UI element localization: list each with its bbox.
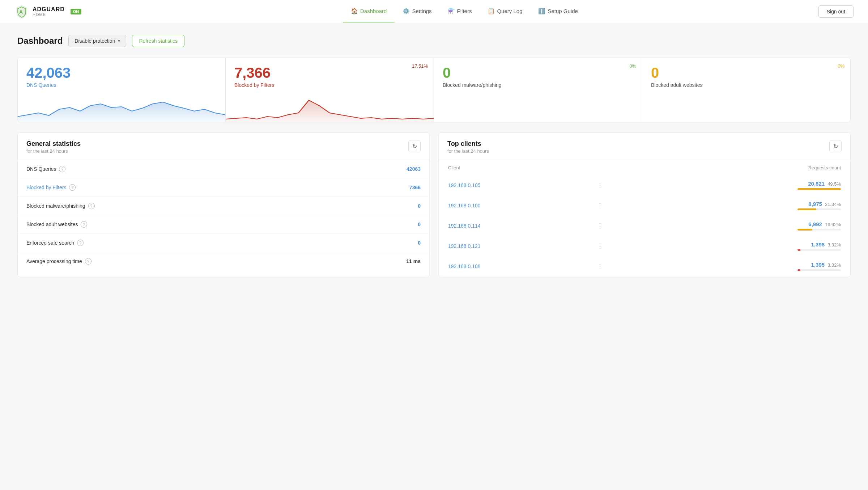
client-ip-link[interactable]: 192.168.0.114 bbox=[448, 223, 481, 229]
client-menu-button[interactable]: ⋮ bbox=[595, 262, 606, 271]
dns-queries-label: DNS Queries bbox=[26, 82, 217, 88]
general-stats-subtitle: for the last 24 hours bbox=[26, 148, 81, 154]
safe-search-help-icon[interactable]: ? bbox=[77, 240, 84, 246]
general-stats-refresh-button[interactable]: ↻ bbox=[408, 140, 421, 152]
client-menu-button[interactable]: ⋮ bbox=[595, 201, 606, 210]
general-stats-panel: General statistics for the last 24 hours… bbox=[17, 132, 430, 277]
adguard-logo-icon: A bbox=[14, 4, 29, 19]
client-count-number: 8,975 bbox=[808, 201, 822, 207]
client-count-percent: 3.32% bbox=[827, 242, 841, 248]
stat-row-safe-search: Enforced safe search ? 0 bbox=[18, 234, 429, 252]
top-clients-header: Top clients for the last 24 hours ↻ bbox=[439, 133, 850, 160]
client-bar-fill bbox=[797, 229, 812, 231]
client-bar-fill bbox=[797, 208, 816, 210]
client-bar-fill bbox=[797, 188, 841, 190]
blocked-filters-help-icon[interactable]: ? bbox=[69, 184, 76, 191]
blocked-adult-row-value: 0 bbox=[418, 221, 421, 227]
stat-cards: 42,063 DNS Queries 17.51% 7,366 Blocked … bbox=[17, 57, 851, 122]
client-menu-button[interactable]: ⋮ bbox=[595, 181, 606, 190]
client-ip-link[interactable]: 192.168.0.105 bbox=[448, 182, 481, 188]
general-stats-header: General statistics for the last 24 hours… bbox=[18, 133, 429, 160]
nav-dashboard-label: Dashboard bbox=[360, 8, 387, 14]
avg-processing-help-icon[interactable]: ? bbox=[85, 258, 92, 265]
client-count-percent: 16.62% bbox=[825, 222, 841, 227]
logo-name: ADGUARD bbox=[33, 6, 65, 13]
client-menu-cell: ⋮ bbox=[586, 216, 671, 236]
blocked-filters-label: Blocked by Filters bbox=[234, 82, 425, 88]
client-count-cell: 1,398 3.32% bbox=[672, 236, 850, 256]
dns-queries-help-icon[interactable]: ? bbox=[59, 166, 65, 172]
svg-text:A: A bbox=[19, 9, 23, 15]
dns-queries-row-label: DNS Queries bbox=[26, 166, 56, 172]
main-nav: 🏠 Dashboard ⚙️ Settings ⚗️ Filters 📋 Que… bbox=[110, 0, 818, 22]
header: A ADGUARD HOME ON 🏠 Dashboard ⚙️ Setting… bbox=[0, 0, 868, 23]
top-clients-refresh-button[interactable]: ↻ bbox=[829, 140, 842, 152]
nav-filters-label: Filters bbox=[457, 8, 472, 14]
client-bar-background bbox=[797, 249, 841, 251]
client-menu-button[interactable]: ⋮ bbox=[595, 242, 606, 250]
client-count-cell: 1,395 3.32% bbox=[672, 257, 850, 276]
client-ip-cell: 192.168.0.121 bbox=[439, 236, 585, 256]
disable-protection-label: Disable protection bbox=[75, 38, 115, 44]
client-ip-cell: 192.168.0.105 bbox=[439, 176, 585, 195]
sign-out-button[interactable]: Sign out bbox=[818, 5, 854, 18]
stat-row-blocked-malware: Blocked malware/phishing ? 0 bbox=[18, 197, 429, 215]
client-ip-cell: 192.168.0.114 bbox=[439, 216, 585, 236]
client-bar-fill bbox=[797, 249, 800, 251]
client-bar-fill bbox=[797, 269, 800, 271]
client-bar-background bbox=[797, 208, 841, 210]
blocked-filters-row-value: 7366 bbox=[409, 185, 421, 190]
client-count-percent: 3.32% bbox=[827, 262, 841, 268]
client-row: 192.168.0.100 ⋮ 8,975 21.34% bbox=[439, 196, 850, 215]
client-count-number: 1,398 bbox=[811, 241, 825, 248]
stat-card-blocked-malware: 0% 0 Blocked malware/phishing bbox=[434, 57, 642, 122]
disable-protection-button[interactable]: Disable protection ▾ bbox=[68, 35, 126, 47]
client-count-cell: 6,992 16.62% bbox=[672, 216, 850, 236]
page-title: Dashboard bbox=[17, 36, 63, 46]
nav-settings[interactable]: ⚙️ Settings bbox=[395, 0, 439, 22]
setupguide-icon: ℹ️ bbox=[538, 8, 545, 14]
home-icon: 🏠 bbox=[351, 8, 358, 14]
nav-querylog[interactable]: 📋 Query Log bbox=[480, 0, 530, 22]
client-ip-link[interactable]: 192.168.0.121 bbox=[448, 243, 481, 249]
logo-sub: HOME bbox=[33, 12, 65, 17]
blocked-filters-chart bbox=[226, 93, 434, 122]
blocked-adult-percent: 0% bbox=[838, 63, 844, 69]
client-count-percent: 21.34% bbox=[825, 202, 841, 207]
client-row: 192.168.0.114 ⋮ 6,992 16.62% bbox=[439, 216, 850, 236]
client-ip-cell: 192.168.0.108 bbox=[439, 257, 585, 276]
top-clients-table: Client Requests count 192.168.0.105 ⋮ 20… bbox=[439, 160, 850, 277]
blocked-malware-value: 0 bbox=[443, 66, 633, 80]
client-row: 192.168.0.121 ⋮ 1,398 3.32% bbox=[439, 236, 850, 256]
nav-setupguide[interactable]: ℹ️ Setup Guide bbox=[530, 0, 586, 22]
blocked-adult-label: Blocked adult websites bbox=[651, 82, 842, 88]
client-row: 192.168.0.105 ⋮ 20,821 49.5% bbox=[439, 176, 850, 195]
blocked-filters-percent: 17.51% bbox=[412, 63, 428, 69]
blocked-filters-row-link[interactable]: Blocked by Filters bbox=[26, 185, 66, 190]
stat-card-blocked-filters: 17.51% 7,366 Blocked by Filters bbox=[226, 57, 434, 122]
chevron-down-icon: ▾ bbox=[118, 38, 120, 43]
client-ip-cell: 192.168.0.100 bbox=[439, 196, 585, 215]
blocked-adult-help-icon[interactable]: ? bbox=[81, 221, 87, 228]
logo-badge: ON bbox=[71, 9, 82, 14]
stat-card-dns-queries: 42,063 DNS Queries bbox=[17, 57, 226, 122]
logo: A ADGUARD HOME ON bbox=[14, 4, 81, 19]
blocked-malware-row-label: Blocked malware/phishing bbox=[26, 203, 85, 209]
top-clients-subtitle: for the last 24 hours bbox=[447, 148, 489, 154]
blocked-malware-label: Blocked malware/phishing bbox=[443, 82, 633, 88]
main-content: Dashboard Disable protection ▾ Refresh s… bbox=[0, 23, 868, 289]
blocked-malware-row-value: 0 bbox=[418, 203, 421, 209]
client-row: 192.168.0.108 ⋮ 1,395 3.32% bbox=[439, 257, 850, 276]
page-header: Dashboard Disable protection ▾ Refresh s… bbox=[17, 35, 851, 47]
client-ip-link[interactable]: 192.168.0.108 bbox=[448, 263, 481, 269]
client-menu-cell: ⋮ bbox=[586, 176, 671, 195]
stat-row-blocked-filters: Blocked by Filters ? 7366 bbox=[18, 178, 429, 197]
nav-filters[interactable]: ⚗️ Filters bbox=[440, 0, 480, 22]
nav-dashboard[interactable]: 🏠 Dashboard bbox=[343, 0, 395, 22]
refresh-statistics-button[interactable]: Refresh statistics bbox=[132, 35, 184, 47]
client-ip-link[interactable]: 192.168.0.100 bbox=[448, 203, 481, 208]
blocked-malware-help-icon[interactable]: ? bbox=[88, 203, 95, 209]
general-stats-title: General statistics bbox=[26, 140, 81, 148]
dns-queries-chart bbox=[18, 93, 225, 122]
client-menu-button[interactable]: ⋮ bbox=[595, 221, 606, 230]
